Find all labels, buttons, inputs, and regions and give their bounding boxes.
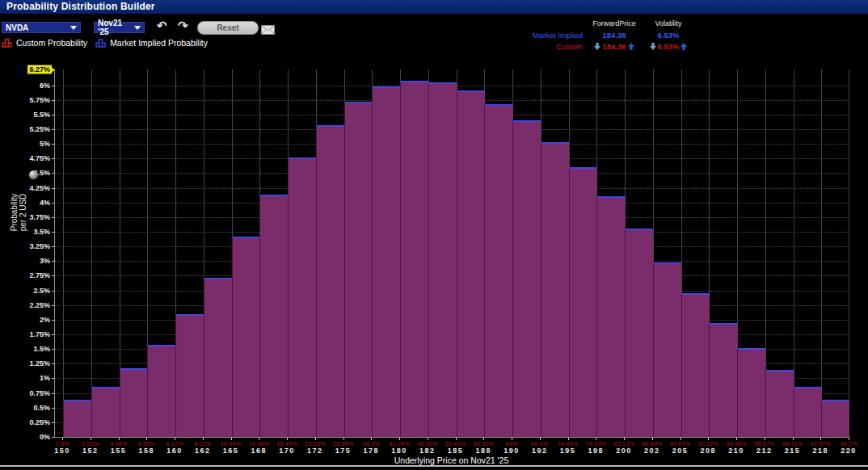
x-tick-label: 210: [728, 447, 744, 455]
email-icon[interactable]: [261, 23, 275, 38]
x-tick-label: 180: [391, 447, 407, 455]
probability-bar[interactable]: [400, 81, 428, 437]
x-tick-label: 190: [504, 447, 520, 455]
probability-bar[interactable]: [596, 196, 625, 437]
y-tick-label: 2.75%: [29, 271, 50, 279]
custom-row-label: Custom: [482, 42, 588, 51]
x-tick-label: 178: [363, 447, 379, 455]
x-tick-label: 150: [54, 447, 70, 455]
volatility-header: Volatility: [641, 19, 696, 27]
y-tick-label: 1.25%: [29, 359, 50, 367]
y-tick-label: 1.5%: [33, 345, 50, 353]
v-gridline: [821, 69, 822, 437]
probability-bar[interactable]: [709, 323, 737, 437]
y-tick-label: 0.75%: [29, 389, 50, 397]
v-gridline: [849, 69, 849, 437]
y-tick-label: 4%: [40, 199, 50, 207]
probability-bar[interactable]: [232, 237, 260, 437]
market-implied-histogram-icon: [95, 38, 107, 48]
probability-bar[interactable]: [737, 348, 765, 437]
plot-area[interactable]: [54, 69, 849, 438]
probability-bar[interactable]: [794, 387, 822, 437]
decrease-forward-price-button[interactable]: [594, 43, 600, 50]
probability-bar[interactable]: [63, 400, 91, 437]
legend: Custom Probability Market Implied Probab…: [2, 38, 208, 48]
y-tick-label: 5%: [40, 140, 50, 148]
probability-bar[interactable]: [512, 120, 541, 437]
reset-button[interactable]: Reset: [197, 21, 259, 35]
probability-bar[interactable]: [316, 125, 344, 437]
help-sphere-icon[interactable]: [29, 170, 38, 179]
y-tick-label: 5.25%: [29, 125, 50, 133]
custom-forward-price: 184.36: [602, 42, 626, 51]
market-implied-forward-price: 184.36: [588, 31, 641, 40]
undo-icon[interactable]: ↶: [157, 19, 167, 33]
y-tick-label: 4.75%: [29, 154, 50, 162]
probability-bar[interactable]: [457, 90, 485, 437]
x-tick-label: 185: [448, 447, 464, 455]
x-tick-label: 172: [307, 447, 323, 455]
ticker-select[interactable]: NVDA: [2, 22, 81, 33]
x-tick-label: 220: [841, 447, 857, 455]
x-tick-label: 175: [335, 447, 352, 455]
x-axis: Underlying Price on Nov21 '25 1.9%1502.5…: [54, 438, 849, 468]
probability-bar[interactable]: [821, 400, 849, 437]
probability-bar[interactable]: [91, 387, 120, 437]
y-tick-label: 3.5%: [33, 228, 50, 236]
x-tick-label: 202: [644, 447, 660, 455]
y-tick-label: 2%: [40, 316, 50, 324]
y-tick-label: 3.75%: [29, 213, 50, 221]
y-axis: 6.27% 0%0.25%0.5%0.75%1%1.25%1.5%1.75%2%…: [0, 69, 54, 437]
x-tick-label: 160: [166, 447, 183, 455]
probability-bar[interactable]: [569, 167, 597, 437]
probability-bar[interactable]: [765, 370, 794, 437]
y-tick-label: 3%: [40, 257, 50, 265]
probability-bar[interactable]: [259, 195, 288, 437]
y-tick-label: 2.5%: [33, 287, 50, 295]
y-tick-label: 0.25%: [29, 418, 50, 426]
v-gridline: [91, 69, 92, 437]
y-tick-label: 5.75%: [29, 96, 50, 104]
probability-bar[interactable]: [541, 142, 569, 437]
x-tick-label: 215: [785, 447, 801, 455]
x-tick-label: 205: [672, 447, 689, 455]
probability-bar[interactable]: [120, 368, 148, 437]
probability-bar[interactable]: [484, 104, 512, 437]
x-tick-label: 218: [812, 447, 828, 455]
y-tick-label: 1%: [40, 374, 50, 382]
probability-bar[interactable]: [147, 345, 175, 437]
x-tick-label: 168: [251, 447, 267, 455]
probability-bar[interactable]: [175, 314, 204, 437]
x-tick-label: 212: [756, 447, 773, 455]
probability-bar[interactable]: [681, 293, 710, 437]
probability-bar[interactable]: [428, 82, 457, 437]
probability-bar[interactable]: [625, 229, 653, 437]
probability-bar[interactable]: [204, 278, 232, 437]
y-tick-label: 6%: [40, 82, 50, 90]
y-tick-label: 0.5%: [33, 404, 50, 412]
x-tick-label: 155: [111, 447, 127, 455]
x-tick-label: 200: [616, 447, 632, 455]
x-tick-label: 162: [195, 447, 211, 455]
increase-volatility-button[interactable]: [680, 43, 687, 50]
y-axis-title: Probability per 2 USD: [10, 184, 27, 241]
custom-histogram-icon: [2, 38, 13, 48]
market-implied-volatility: 6.53%: [641, 31, 696, 40]
x-tick-label: 170: [279, 447, 295, 455]
expiry-select[interactable]: Nov21 '25: [94, 22, 145, 33]
x-tick-label: 188: [475, 447, 491, 455]
probability-bar[interactable]: [653, 262, 681, 437]
decrease-volatility-button[interactable]: [650, 43, 656, 50]
increase-forward-price-button[interactable]: [628, 43, 634, 50]
legend-item-custom[interactable]: Custom Probability: [2, 38, 87, 48]
probability-bar[interactable]: [344, 102, 373, 437]
legend-item-market-implied[interactable]: Market Implied Probability: [95, 38, 208, 48]
redo-icon[interactable]: ↷: [178, 19, 188, 33]
y-tick-label: 3.25%: [29, 242, 50, 250]
y-tick-label: 5.5%: [33, 111, 50, 119]
x-tick-label: 195: [560, 447, 576, 455]
probability-bar[interactable]: [288, 157, 316, 437]
chevron-down-icon: [70, 26, 77, 30]
probability-bar[interactable]: [372, 86, 400, 437]
market-implied-row-label: Market Implied: [482, 31, 588, 40]
